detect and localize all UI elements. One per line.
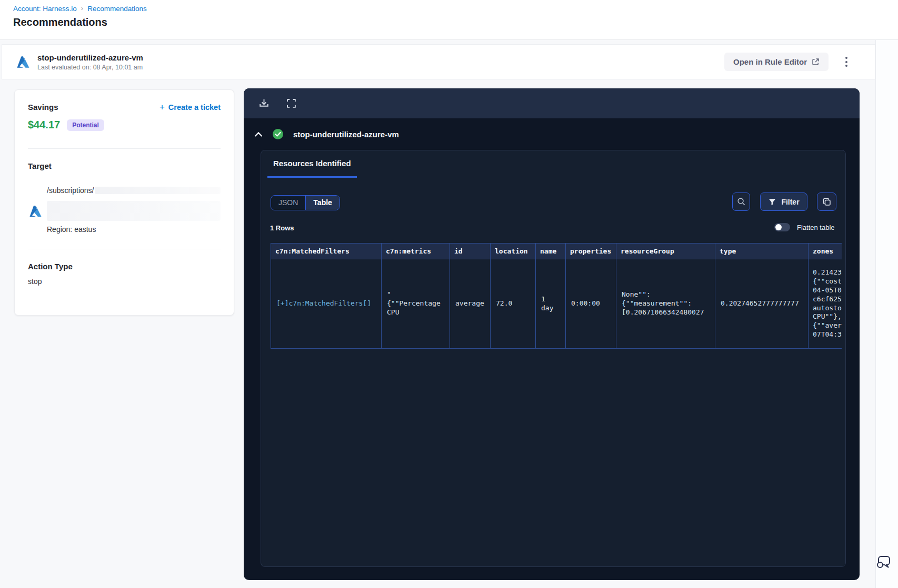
copy-icon xyxy=(822,197,832,207)
resources-identified-card: Resources Identified JSON Table Filter xyxy=(261,150,846,567)
evaluation-results-panel: stop-underutilized-azure-vm Resources Id… xyxy=(244,88,860,580)
filter-label: Filter xyxy=(781,198,799,206)
target-path-text: /subscriptions/ xyxy=(47,186,94,195)
search-icon xyxy=(737,197,746,206)
redacted-text-blur xyxy=(95,187,221,194)
column-header: resourceGroup xyxy=(616,244,715,259)
view-mode-toggle: JSON Table xyxy=(271,195,340,210)
table-row: [+]c7n:MatchedFilters[]" {""Percentage C… xyxy=(271,259,842,349)
savings-label: Savings xyxy=(28,103,58,111)
last-evaluated-text: Last evaluated on: 08 Apr, 10:01 am xyxy=(37,64,143,71)
resources-table: c7n:MatchedFiltersc7n:metricsidlocationn… xyxy=(271,243,842,349)
panel-toolbar xyxy=(244,88,860,118)
top-header: Account: Harness.io › Recommendations Re… xyxy=(0,0,898,40)
table-cell: 72.0 xyxy=(491,259,536,349)
flatten-table-toggle[interactable] xyxy=(774,223,790,231)
success-check-icon xyxy=(272,128,284,140)
redacted-block-blur xyxy=(47,201,221,221)
more-options-button[interactable] xyxy=(842,54,851,70)
region-text: Region: eastus xyxy=(47,225,221,234)
search-button[interactable] xyxy=(732,192,750,211)
flatten-table-label: Flatten table xyxy=(797,224,835,231)
rows-count-text: 1 Rows xyxy=(270,224,294,232)
column-header: location xyxy=(491,244,536,259)
fullscreen-button[interactable] xyxy=(286,98,297,109)
breadcrumb-account-link[interactable]: Account: Harness.io xyxy=(13,5,77,13)
table-cell: 0:00:00 xyxy=(566,259,616,349)
column-header: name xyxy=(536,244,566,259)
savings-amount: $44.17 xyxy=(28,119,60,131)
azure-icon xyxy=(16,55,30,69)
filter-funnel-icon xyxy=(768,198,776,206)
view-json-option[interactable]: JSON xyxy=(271,196,306,210)
breadcrumb-recommendations-link[interactable]: Recommendations xyxy=(87,5,147,13)
table-cell: 0.20274652777777777 xyxy=(715,259,809,349)
potential-badge: Potential xyxy=(67,119,104,131)
column-header: id xyxy=(450,244,491,259)
divider xyxy=(28,148,221,149)
resources-table-wrap: c7n:MatchedFiltersc7n:metricsidlocationn… xyxy=(271,243,842,349)
external-link-icon xyxy=(812,58,820,66)
recommendation-header-card: stop-underutilized-azure-vm Last evaluat… xyxy=(2,44,875,79)
recommendation-title-block: stop-underutilized-azure-vm Last evaluat… xyxy=(37,53,143,71)
open-rule-editor-button[interactable]: Open in Rule Editor xyxy=(724,53,829,71)
download-button[interactable] xyxy=(258,98,270,109)
chevron-up-icon xyxy=(254,131,263,137)
action-type-value: stop xyxy=(28,277,221,286)
table-header-row: c7n:MatchedFiltersc7n:metricsidlocationn… xyxy=(271,244,842,259)
target-label: Target xyxy=(28,161,221,170)
table-cell[interactable]: [+]c7n:MatchedFilters[] xyxy=(271,259,382,349)
view-table-option[interactable]: Table xyxy=(306,196,340,210)
azure-icon xyxy=(29,205,42,218)
support-chat-button[interactable] xyxy=(874,552,893,573)
table-cell: average xyxy=(450,259,491,349)
plus-icon: + xyxy=(159,103,165,111)
collapse-section-button[interactable] xyxy=(254,131,263,137)
column-header: type xyxy=(715,244,809,259)
panel-rule-name: stop-underutilized-azure-vm xyxy=(293,130,399,139)
table-controls-row: JSON Table Filter xyxy=(261,192,845,211)
table-meta-row: 1 Rows Flatten table xyxy=(261,223,845,234)
column-header: c7n:metrics xyxy=(382,244,450,259)
table-cell: " {""Percentage CPU xyxy=(382,259,450,349)
column-header: c7n:MatchedFilters xyxy=(271,244,382,259)
tab-resources-identified[interactable]: Resources Identified xyxy=(267,157,357,178)
toggle-knob xyxy=(775,224,782,230)
savings-card: Savings + Create a ticket $44.17 Potenti… xyxy=(14,89,234,316)
create-ticket-label: Create a ticket xyxy=(168,103,221,111)
action-type-label: Action Type xyxy=(28,262,221,271)
open-rule-editor-label: Open in Rule Editor xyxy=(733,57,807,66)
chat-bubbles-icon xyxy=(874,552,893,571)
table-cell: 1 day xyxy=(536,259,566,349)
recommendation-name: stop-underutilized-azure-vm xyxy=(37,53,143,62)
create-ticket-button[interactable]: + Create a ticket xyxy=(159,103,221,111)
download-icon xyxy=(258,98,270,109)
fullscreen-icon xyxy=(286,98,297,109)
copy-button[interactable] xyxy=(817,192,836,211)
table-cell: 0.21423 {""cost 04-05T0 c6cf625 autosto … xyxy=(809,259,842,349)
column-header: properties xyxy=(566,244,616,259)
page-title: Recommendations xyxy=(13,16,107,28)
divider xyxy=(28,249,221,249)
right-gutter xyxy=(875,40,898,588)
filter-button[interactable]: Filter xyxy=(760,192,807,211)
table-cell: None"": {""measurement"": [0.20671066342… xyxy=(616,259,715,349)
breadcrumb: Account: Harness.io › Recommendations xyxy=(13,5,147,13)
breadcrumb-separator-icon: › xyxy=(81,4,83,12)
column-header: zones xyxy=(809,244,842,259)
